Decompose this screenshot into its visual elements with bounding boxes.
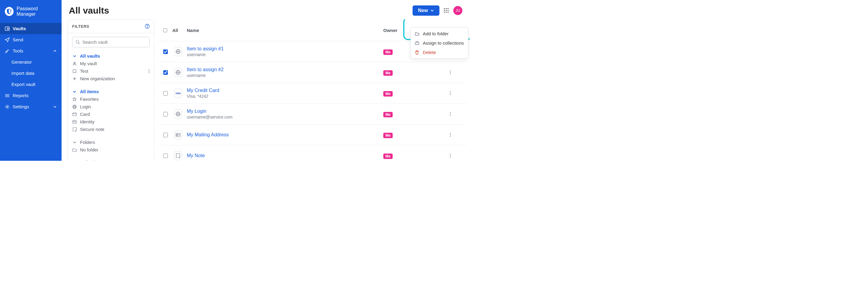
dropdown-assign-collections[interactable]: Assign to collections [411,38,468,48]
filter-identity[interactable]: Identity [72,118,150,126]
nav-list: Vaults Send Tools Generator Import data … [0,23,62,112]
item-name[interactable]: Item to assign #1 [187,46,383,52]
main: All vaults New JU FILTERS [62,0,470,161]
filter-my-vault[interactable]: My vault [72,60,150,67]
svg-point-59 [450,94,451,95]
filter-all-vaults[interactable]: All vaults [72,52,150,60]
filter-all-items[interactable]: All items [72,88,150,95]
row-checkbox[interactable] [163,91,168,96]
app-grid-icon[interactable] [444,8,449,13]
filter-card[interactable]: Card [72,110,150,118]
brand[interactable]: Password Manager [0,0,62,23]
item-subtitle: username@service.com [187,114,383,120]
filter-login[interactable]: Login [72,103,150,110]
item-name[interactable]: My Mailing Address [187,132,383,137]
trash-icon [415,51,420,55]
kebab-icon[interactable] [450,64,462,81]
table-row: My NoteMe [158,145,467,161]
filter-collections[interactable]: Collections [72,158,150,161]
svg-rect-21 [73,70,76,73]
kebab-icon[interactable] [450,147,462,161]
svg-point-6 [7,106,8,107]
row-checkbox[interactable] [163,112,168,117]
table-row: VISAMy Credit CardVisa, *4242Me [158,83,467,104]
nav-send[interactable]: Send [0,34,62,45]
svg-rect-34 [73,113,76,116]
item-subtitle: username [187,52,383,57]
svg-rect-0 [9,9,10,13]
filter-new-org[interactable]: New organization [72,75,150,83]
globe-icon [174,68,182,77]
filter-secure-note[interactable]: Secure note [72,126,150,133]
org-icon [72,69,77,73]
nav-reports[interactable]: Reports [0,90,62,101]
kebab-icon[interactable] [450,105,462,123]
nav-export-vault[interactable]: Export vault [0,79,62,90]
kebab-icon[interactable] [450,85,462,102]
avatar[interactable]: JU [453,6,462,15]
filters-panel: FILTERS All vaults [62,19,157,161]
table-row: My Loginusername@service.comMe [158,104,467,125]
item-name[interactable]: My Note [187,153,383,158]
search-input[interactable] [83,39,146,45]
filter-test[interactable]: Test [72,67,150,75]
svg-rect-9 [447,8,448,9]
chevron-down-icon [53,105,57,108]
chevron-down-icon [72,161,77,161]
svg-line-19 [79,43,80,44]
row-checkbox[interactable] [163,50,168,54]
item-name[interactable]: My Login [187,108,383,114]
select-all-checkbox[interactable] [163,28,167,32]
reports-icon [5,94,10,98]
table-row: My Mailing AddressMe [158,125,467,145]
kebab-icon[interactable] [450,126,462,143]
chevron-down-icon [72,140,77,144]
star-icon [72,97,77,101]
svg-point-64 [450,114,451,114]
svg-rect-11 [446,10,447,11]
collection-icon [415,41,420,45]
help-icon[interactable] [145,24,150,29]
search-input-wrap[interactable] [72,37,150,47]
svg-point-70 [450,133,451,134]
send-icon [5,37,10,42]
filter-no-folder[interactable]: No folder [72,146,150,154]
chevron-down-icon [72,54,77,58]
tools-icon [5,48,10,54]
dropdown-add-folder[interactable]: Add to folder [411,29,468,38]
svg-point-58 [450,93,451,94]
chevron-down-icon [430,9,434,12]
svg-point-55 [450,72,451,73]
svg-point-26 [149,69,150,70]
col-all-label: All [172,28,187,33]
svg-point-65 [450,115,451,116]
nav-import-data[interactable]: Import data [0,68,62,79]
nav-tools[interactable]: Tools [0,45,62,56]
dropdown-delete[interactable]: Delete [411,48,468,57]
nav-vaults[interactable]: Vaults [0,23,62,34]
row-checkbox[interactable] [163,70,168,75]
item-name[interactable]: My Credit Card [187,88,383,93]
svg-point-57 [450,91,451,92]
owner-badge: Me [383,91,393,97]
user-icon [72,62,77,66]
kebab-icon[interactable] [149,69,150,73]
svg-point-54 [450,71,451,71]
table-row: Item to assign #2usernameMe [158,62,467,83]
identity-icon [72,120,77,124]
svg-point-72 [450,136,451,137]
svg-point-56 [450,74,451,74]
svg-point-74 [450,155,451,156]
item-subtitle: username [187,73,383,78]
new-button[interactable]: New [412,5,439,16]
nav-generator[interactable]: Generator [0,56,62,68]
row-checkbox[interactable] [163,133,168,137]
topbar: All vaults New JU [62,0,470,19]
item-name[interactable]: Item to assign #2 [187,67,383,72]
nav-settings[interactable]: Settings [0,101,62,112]
filter-favorites[interactable]: Favorites [72,95,150,103]
svg-point-18 [76,40,79,43]
filter-folders[interactable]: Folders [72,138,150,146]
globe-icon [174,109,182,119]
row-checkbox[interactable] [163,154,168,158]
